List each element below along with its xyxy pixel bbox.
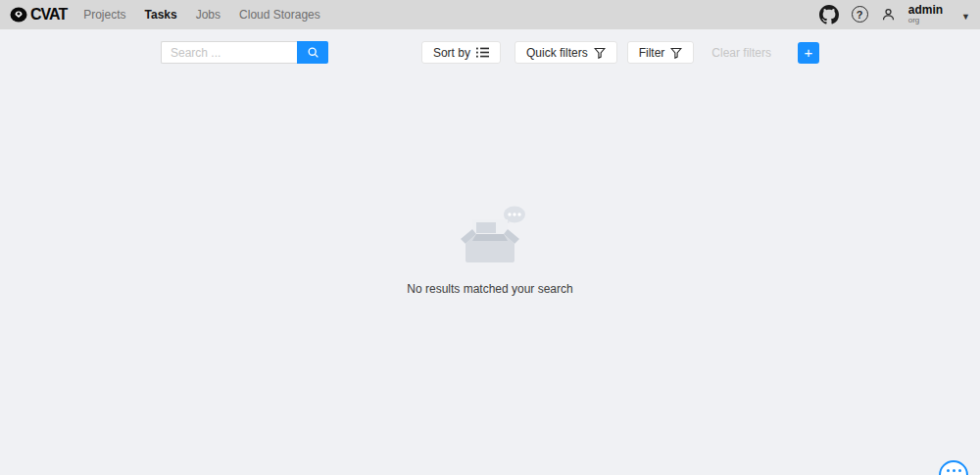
cvat-logo-text: CVAT	[30, 6, 67, 24]
caret-down-icon[interactable]: ▼	[961, 12, 970, 22]
nav-item-tasks[interactable]: Tasks	[145, 8, 177, 22]
empty-state-message: No results matched your search	[407, 282, 572, 296]
search-button[interactable]	[297, 41, 328, 64]
cvat-logo[interactable]: CVAT	[10, 6, 67, 24]
empty-inbox-illustration	[451, 202, 529, 266]
sort-by-label: Sort by	[433, 46, 470, 60]
help-icon[interactable]: ?	[852, 6, 868, 23]
top-navbar: CVAT Projects Tasks Jobs Cloud Storages …	[0, 0, 980, 29]
sort-by-button[interactable]: Sort by	[421, 41, 501, 64]
search-input[interactable]	[161, 41, 297, 64]
filter-button[interactable]: Filter	[627, 41, 695, 64]
nav-item-projects[interactable]: Projects	[83, 8, 125, 22]
search-icon	[307, 46, 319, 59]
quick-filters-button[interactable]: Quick filters	[514, 41, 617, 64]
nav-item-jobs[interactable]: Jobs	[196, 8, 220, 22]
filter-label: Filter	[639, 46, 665, 60]
filter-controls: Sort by Quick filters Fil	[421, 41, 819, 64]
filter-funnel-icon	[670, 47, 682, 59]
quick-filters-label: Quick filters	[526, 46, 588, 60]
navbar-right: ? admin org ▼	[819, 4, 970, 25]
organization-label: org	[908, 17, 943, 25]
tasks-toolbar: Sort by Quick filters Fil	[161, 41, 819, 64]
nav-item-cloud-storages[interactable]: Cloud Storages	[239, 8, 320, 22]
create-task-button[interactable]: +	[798, 42, 819, 64]
filter-funnel-icon	[594, 47, 606, 59]
plus-icon: +	[805, 45, 813, 60]
user-icon[interactable]	[881, 7, 896, 22]
main-nav: Projects Tasks Jobs Cloud Storages	[83, 8, 320, 22]
user-menu[interactable]: admin org	[908, 4, 943, 25]
chat-widget-button[interactable]	[939, 460, 968, 475]
empty-state: No results matched your search	[0, 202, 980, 296]
clear-filters-button[interactable]: Clear filters	[711, 46, 771, 60]
search-group	[161, 41, 328, 64]
chat-ellipsis-icon	[947, 469, 961, 475]
unordered-list-icon	[476, 46, 489, 59]
cvat-logo-icon	[10, 7, 27, 23]
github-icon[interactable]	[819, 5, 839, 24]
